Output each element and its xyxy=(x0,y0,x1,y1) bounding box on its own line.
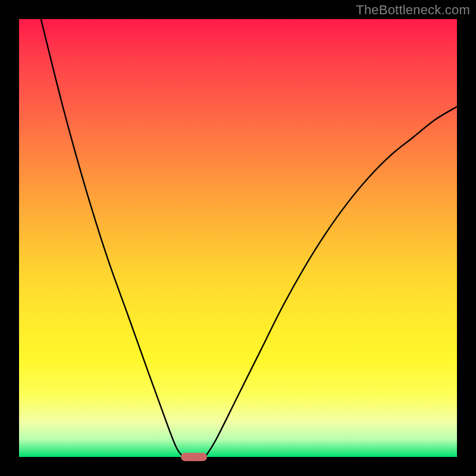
bottleneck-curve xyxy=(19,19,457,457)
curve-right xyxy=(205,107,457,457)
attribution-text: TheBottleneck.com xyxy=(356,2,470,18)
curve-left xyxy=(41,19,183,457)
chart-frame: TheBottleneck.com xyxy=(0,0,476,476)
optimal-marker xyxy=(181,453,207,461)
plot-area xyxy=(19,19,457,457)
